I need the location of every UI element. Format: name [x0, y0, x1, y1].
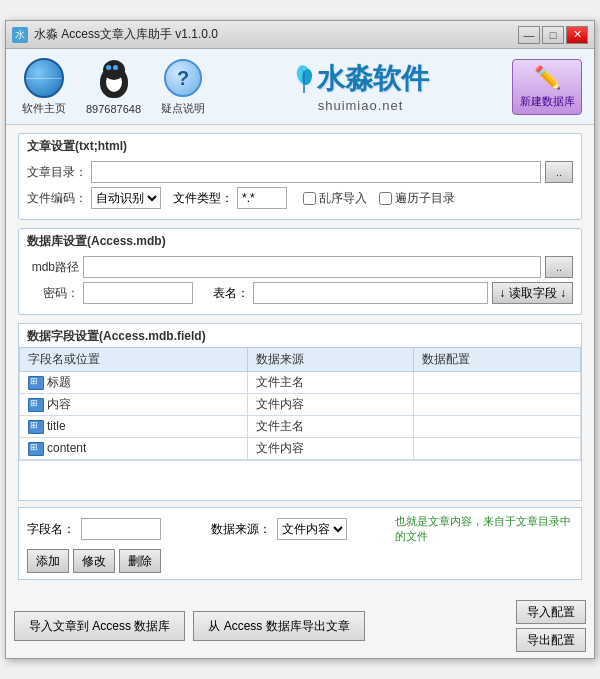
- field-hint-text: 也就是文章内容，来自于文章目录中的文件: [395, 514, 573, 544]
- penguin-icon-container: [93, 59, 135, 101]
- db-section-body: mdb路径 .. 密码： 表名： ↓ 读取字段 ↓: [19, 252, 581, 314]
- table-empty-space: [19, 460, 581, 500]
- field-action-buttons: 添加 修改 删除: [27, 549, 573, 573]
- delete-field-button[interactable]: 删除: [119, 549, 161, 573]
- window-title: 水淼 Access文章入库助手 v1.1.0.0: [34, 26, 518, 43]
- minimize-button[interactable]: —: [518, 26, 540, 44]
- main-content: 文章设置(txt;html) 文章目录： .. 文件编码： 自动识别 UTF-8…: [6, 125, 594, 594]
- fields-section: 数据字段设置(Access.mdb.field) 字段名或位置 数据来源 数据配…: [18, 323, 582, 501]
- table-row[interactable]: 内容 文件内容: [20, 394, 581, 416]
- window-controls: — □ ✕: [518, 26, 588, 44]
- article-encoding-row: 文件编码： 自动识别 UTF-8 GBK 文件类型： 乱序导入 遍历子目录: [27, 187, 573, 209]
- fields-section-title: 数据字段设置(Access.mdb.field): [19, 324, 581, 347]
- close-button[interactable]: ✕: [566, 26, 588, 44]
- table-row[interactable]: 标题 文件主名: [20, 372, 581, 394]
- article-dir-label: 文章目录：: [27, 164, 87, 181]
- field-source-cell: 文件主名: [247, 416, 414, 438]
- field-source-select[interactable]: 文件内容 文件主名 固定值 随机值: [277, 518, 347, 540]
- field-name-input[interactable]: [81, 518, 161, 540]
- globe-icon: [24, 58, 64, 98]
- import-articles-button[interactable]: 导入文章到 Access 数据库: [14, 611, 185, 641]
- field-name-cell: 标题: [20, 372, 248, 394]
- logo-leaf-icon: [293, 63, 315, 95]
- article-filetype-label: 文件类型：: [173, 190, 233, 207]
- mdb-pwd-table-row: 密码： 表名： ↓ 读取字段 ↓: [27, 282, 573, 304]
- footer: 导入文章到 Access 数据库 从 Access 数据库导出文章 导入配置 导…: [6, 594, 594, 658]
- mdb-table-input[interactable]: [253, 282, 488, 304]
- nav-qq[interactable]: 897687648: [86, 59, 141, 115]
- field-config-cell: [414, 372, 581, 394]
- article-dir-browse-button[interactable]: ..: [545, 161, 573, 183]
- field-name-cell: content: [20, 438, 248, 460]
- field-config-cell: [414, 394, 581, 416]
- db-section-title: 数据库设置(Access.mdb): [19, 229, 581, 252]
- table-row[interactable]: content 文件内容: [20, 438, 581, 460]
- field-source-cell: 文件主名: [247, 372, 414, 394]
- mdb-password-label: 密码：: [27, 285, 79, 302]
- article-encoding-label: 文件编码：: [27, 190, 87, 207]
- penguin-eye-right: [113, 65, 118, 70]
- field-config-cell: [414, 416, 581, 438]
- field-row-icon: [28, 420, 44, 434]
- field-name-group: 字段名：: [27, 518, 205, 540]
- nav-home-label: 软件主页: [22, 101, 66, 116]
- config-buttons: 导入配置 导出配置: [516, 600, 586, 652]
- field-row-icon: [28, 376, 44, 390]
- article-section-body: 文章目录： .. 文件编码： 自动识别 UTF-8 GBK 文件类型：: [19, 157, 581, 219]
- logo-area: 水淼软件 shuimiao.net: [225, 60, 496, 113]
- mdb-path-row: mdb路径 ..: [27, 256, 573, 278]
- random-import-checkbox-label[interactable]: 乱序导入: [303, 190, 367, 207]
- col-field-name: 字段名或位置: [20, 348, 248, 372]
- mdb-password-input[interactable]: [83, 282, 193, 304]
- read-fields-button[interactable]: ↓ 读取字段 ↓: [492, 282, 573, 304]
- main-window: 水 水淼 Access文章入库助手 v1.1.0.0 — □ ✕ 软件主页: [5, 20, 595, 659]
- globe-icon-container: [23, 57, 65, 99]
- table-row[interactable]: title 文件主名: [20, 416, 581, 438]
- nav-qq-label: 897687648: [86, 103, 141, 115]
- mdb-path-label: mdb路径: [27, 259, 79, 276]
- field-source-group: 数据来源： 文件内容 文件主名 固定值 随机值: [211, 518, 389, 540]
- footer-left-buttons: 导入文章到 Access 数据库 从 Access 数据库导出文章: [14, 611, 508, 641]
- subdirs-label: 遍历子目录: [395, 190, 455, 207]
- penguin-eye-left: [106, 65, 111, 70]
- mdb-table-label: 表名：: [213, 285, 249, 302]
- penguin-head: [103, 60, 125, 80]
- subdirs-checkbox-label[interactable]: 遍历子目录: [379, 190, 455, 207]
- new-db-button[interactable]: ✏️ 新建数据库: [512, 59, 582, 115]
- nav-home[interactable]: 软件主页: [18, 57, 70, 116]
- field-name-label: 字段名：: [27, 521, 75, 538]
- new-db-label: 新建数据库: [520, 94, 575, 109]
- mdb-path-input[interactable]: [83, 256, 541, 278]
- title-bar: 水 水淼 Access文章入库助手 v1.1.0.0 — □ ✕: [6, 21, 594, 49]
- field-name-cell: 内容: [20, 394, 248, 416]
- export-articles-button[interactable]: 从 Access 数据库导出文章: [193, 611, 364, 641]
- app-icon: 水: [12, 27, 28, 43]
- import-config-button[interactable]: 导入配置: [516, 600, 586, 624]
- article-section-title: 文章设置(txt;html): [19, 134, 581, 157]
- question-icon-container: ?: [162, 57, 204, 99]
- header: 软件主页 897687648 ? 疑点说明: [6, 49, 594, 125]
- field-edit-bar: 字段名： 数据来源： 文件内容 文件主名 固定值 随机值 也就是文章内容，来自于…: [18, 507, 582, 580]
- maximize-button[interactable]: □: [542, 26, 564, 44]
- nav-help-label: 疑点说明: [161, 101, 205, 116]
- random-import-checkbox[interactable]: [303, 192, 316, 205]
- field-row-icon: [28, 442, 44, 456]
- question-icon: ?: [164, 59, 202, 97]
- nav-help[interactable]: ? 疑点说明: [157, 57, 209, 116]
- new-db-icon: ✏️: [534, 65, 561, 91]
- subdirs-checkbox[interactable]: [379, 192, 392, 205]
- random-import-label: 乱序导入: [319, 190, 367, 207]
- field-name-cell: title: [20, 416, 248, 438]
- export-config-button[interactable]: 导出配置: [516, 628, 586, 652]
- col-data-config: 数据配置: [414, 348, 581, 372]
- field-row-icon: [28, 398, 44, 412]
- add-field-button[interactable]: 添加: [27, 549, 69, 573]
- article-dir-input[interactable]: [91, 161, 541, 183]
- fields-table: 字段名或位置 数据来源 数据配置 标题 文件主名 内容 文件内容 title 文…: [19, 347, 581, 460]
- article-filetype-input[interactable]: [237, 187, 287, 209]
- edit-field-button[interactable]: 修改: [73, 549, 115, 573]
- field-source-cell: 文件内容: [247, 394, 414, 416]
- col-data-source: 数据来源: [247, 348, 414, 372]
- mdb-browse-button[interactable]: ..: [545, 256, 573, 278]
- article-encoding-select[interactable]: 自动识别 UTF-8 GBK: [91, 187, 161, 209]
